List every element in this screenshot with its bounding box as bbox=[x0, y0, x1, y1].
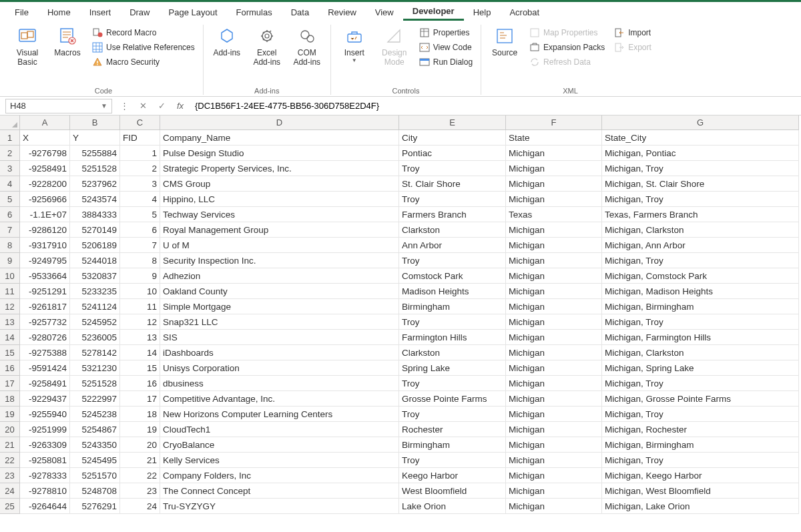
row-header-3[interactable]: 3 bbox=[0, 161, 20, 176]
cell[interactable]: Oakland County bbox=[160, 284, 399, 299]
cell[interactable]: 12 bbox=[120, 314, 160, 330]
insert-control-button[interactable]: Insert ▼ bbox=[336, 25, 372, 65]
row-header-23[interactable]: 23 bbox=[0, 468, 20, 483]
import-button[interactable]: Import bbox=[611, 26, 654, 39]
col-header-G[interactable]: G bbox=[602, 115, 799, 130]
cell[interactable]: Michigan bbox=[506, 299, 602, 314]
formula-options-button[interactable]: ⋮ bbox=[115, 97, 134, 115]
row-header-12[interactable]: 12 bbox=[0, 299, 20, 314]
cell[interactable]: 4 bbox=[120, 192, 160, 207]
menu-home[interactable]: Home bbox=[38, 5, 80, 20]
col-header-C[interactable]: C bbox=[120, 115, 160, 130]
row-header-17[interactable]: 17 bbox=[0, 376, 20, 391]
cell[interactable]: Michigan, Keego Harbor bbox=[602, 468, 799, 483]
menu-developer[interactable]: Developer bbox=[403, 3, 464, 21]
cell[interactable]: Lake Orion bbox=[399, 499, 506, 514]
row-header-18[interactable]: 18 bbox=[0, 391, 20, 407]
refresh-data-button[interactable]: Refresh Data bbox=[527, 55, 607, 69]
addins-button[interactable]: Add-ins bbox=[209, 25, 245, 59]
cell[interactable]: 2 bbox=[120, 161, 160, 176]
row-header-16[interactable]: 16 bbox=[0, 360, 20, 376]
row-header-15[interactable]: 15 bbox=[0, 345, 20, 360]
cell[interactable]: Michigan, Birmingham bbox=[602, 299, 799, 314]
cell[interactable]: Clarkston bbox=[399, 222, 506, 238]
cell[interactable]: 5278142 bbox=[70, 345, 120, 360]
row-header-5[interactable]: 5 bbox=[0, 192, 20, 207]
cell[interactable]: Michigan bbox=[506, 345, 602, 360]
cell[interactable]: Michigan bbox=[506, 222, 602, 238]
row-header-11[interactable]: 11 bbox=[0, 284, 20, 299]
cell[interactable]: Michigan, Grosse Pointe Farms bbox=[602, 391, 799, 407]
cell[interactable]: CryoBalance bbox=[160, 437, 399, 453]
cell[interactable]: -9258081 bbox=[20, 453, 70, 468]
cell[interactable]: Michigan bbox=[506, 268, 602, 284]
cell[interactable]: St. Clair Shore bbox=[399, 176, 506, 192]
cell[interactable]: Michigan bbox=[506, 253, 602, 268]
cell[interactable]: Michigan bbox=[506, 499, 602, 514]
cell[interactable]: Michigan, West Bloomfield bbox=[602, 483, 799, 499]
cell[interactable]: 5233235 bbox=[70, 284, 120, 299]
cell[interactable]: -9251999 bbox=[20, 422, 70, 437]
col-header-E[interactable]: E bbox=[399, 115, 506, 130]
cell[interactable]: Michigan, Birmingham bbox=[602, 437, 799, 453]
cell[interactable]: 1 bbox=[120, 146, 160, 161]
cell[interactable]: dbusiness bbox=[160, 376, 399, 391]
cell[interactable]: Troy bbox=[399, 253, 506, 268]
cell[interactable]: Hippino, LLC bbox=[160, 192, 399, 207]
cell[interactable]: Y bbox=[70, 130, 120, 146]
fx-button[interactable]: fx bbox=[171, 97, 190, 115]
macros-button[interactable]: Macros bbox=[49, 25, 85, 59]
cell[interactable]: 5320837 bbox=[70, 268, 120, 284]
cell[interactable]: 13 bbox=[120, 330, 160, 345]
cell[interactable]: Texas, Farmers Branch bbox=[602, 207, 799, 222]
cell[interactable]: -9249795 bbox=[20, 253, 70, 268]
cancel-formula-button[interactable]: ✕ bbox=[134, 97, 152, 115]
cell[interactable]: 5254867 bbox=[70, 422, 120, 437]
cell[interactable]: Michigan bbox=[506, 437, 602, 453]
row-header-4[interactable]: 4 bbox=[0, 176, 20, 192]
cell[interactable]: Michigan, Troy bbox=[602, 314, 799, 330]
cell[interactable]: 19 bbox=[120, 422, 160, 437]
cell[interactable]: Comstock Park bbox=[399, 268, 506, 284]
cell[interactable]: Michigan, Clarkston bbox=[602, 345, 799, 360]
cell[interactable]: 10 bbox=[120, 284, 160, 299]
cell[interactable]: Spring Lake bbox=[399, 360, 506, 376]
cell[interactable]: City bbox=[399, 130, 506, 146]
cell[interactable]: -9229437 bbox=[20, 391, 70, 407]
cell[interactable]: -9257732 bbox=[20, 314, 70, 330]
cell[interactable]: Michigan, Pontiac bbox=[602, 146, 799, 161]
cell[interactable]: Adhezion bbox=[160, 268, 399, 284]
cell[interactable]: Troy bbox=[399, 161, 506, 176]
cell[interactable]: Kelly Services bbox=[160, 453, 399, 468]
cell[interactable]: Michigan bbox=[506, 176, 602, 192]
menu-data[interactable]: Data bbox=[282, 5, 318, 20]
col-header-A[interactable]: A bbox=[20, 115, 70, 130]
run-dialog-button[interactable]: Run Dialog bbox=[417, 55, 475, 69]
menu-formulas[interactable]: Formulas bbox=[227, 5, 282, 20]
export-button[interactable]: Export bbox=[611, 41, 654, 54]
col-header-F[interactable]: F bbox=[506, 115, 602, 130]
row-header-1[interactable]: 1 bbox=[0, 130, 20, 146]
cell[interactable]: 11 bbox=[120, 299, 160, 314]
row-header-6[interactable]: 6 bbox=[0, 207, 20, 222]
cell[interactable]: West Bloomfield bbox=[399, 483, 506, 499]
cell[interactable]: Troy bbox=[399, 314, 506, 330]
cell[interactable]: Michigan, Troy bbox=[602, 253, 799, 268]
cell[interactable]: 5245952 bbox=[70, 314, 120, 330]
visual-basic-button[interactable]: Visual Basic bbox=[9, 25, 45, 68]
select-all-corner[interactable] bbox=[0, 115, 20, 130]
cell[interactable]: 17 bbox=[120, 391, 160, 407]
cell[interactable]: 22 bbox=[120, 468, 160, 483]
cell[interactable]: Michigan, Ann Arbor bbox=[602, 238, 799, 253]
cell[interactable]: 16 bbox=[120, 376, 160, 391]
cell[interactable]: Farmington Hills bbox=[399, 330, 506, 345]
enter-formula-button[interactable]: ✓ bbox=[152, 97, 171, 115]
cell[interactable]: 6 bbox=[120, 222, 160, 238]
cell[interactable]: U of M bbox=[160, 238, 399, 253]
formula-input[interactable] bbox=[190, 97, 801, 115]
cell[interactable]: 5241124 bbox=[70, 299, 120, 314]
cell[interactable]: -9276798 bbox=[20, 146, 70, 161]
cell[interactable]: -9255940 bbox=[20, 407, 70, 422]
cell[interactable]: -9228200 bbox=[20, 176, 70, 192]
cell[interactable]: Michigan bbox=[506, 161, 602, 176]
